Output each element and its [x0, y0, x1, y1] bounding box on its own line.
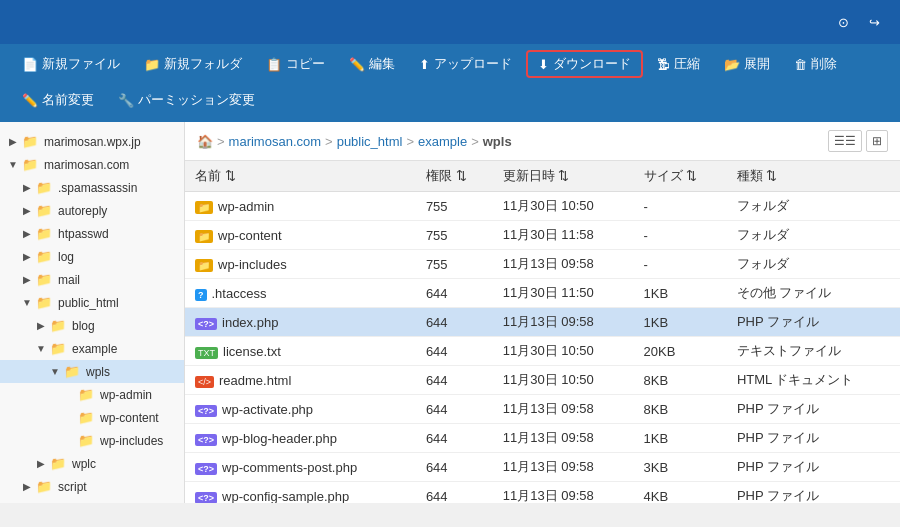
file-type-cell: フォルダ	[727, 250, 900, 279]
new-file-button[interactable]: 📄新規ファイル	[12, 50, 130, 78]
expand-button[interactable]: 📂展開	[714, 50, 780, 78]
sidebar-item-wpls[interactable]: ▼📁wpls	[0, 360, 184, 383]
php-icon: <?>	[195, 405, 217, 417]
sidebar-item-label: wplc	[72, 457, 96, 471]
sidebar-item-marimosan-wpx-jp[interactable]: ▶📁marimosan.wpx.jp	[0, 130, 184, 153]
download-button[interactable]: ⬇ダウンロード	[526, 50, 643, 78]
file-date-cell: 11月30日 10:50	[493, 366, 634, 395]
permission-button[interactable]: 🔧パーミッション変更	[108, 86, 265, 114]
logout-link[interactable]: ↪	[869, 15, 884, 30]
breadcrumb-link-public_html[interactable]: public_html	[337, 134, 403, 149]
sidebar-item-blog[interactable]: ▶📁blog	[0, 314, 184, 337]
compress-button[interactable]: 🗜圧縮	[647, 50, 710, 78]
download-icon: ⬇	[538, 57, 549, 72]
folder-icon: 📁	[36, 249, 52, 264]
tree-toggle-icon: ▶	[35, 458, 47, 469]
expand-icon: 📂	[724, 57, 740, 72]
breadcrumb-separator: >	[325, 134, 333, 149]
file-perm-cell: 644	[416, 308, 493, 337]
list-view-button[interactable]: ☰☰	[828, 130, 862, 152]
table-row[interactable]: TXTlicense.txt64411月30日 10:5020KBテキストファイ…	[185, 337, 900, 366]
file-type-cell: フォルダ	[727, 192, 900, 221]
home-icon[interactable]: 🏠	[197, 134, 213, 149]
toolbar-row1: 📄新規ファイル📁新規フォルダ📋コピー✏️編集⬆アップロード⬇ダウンロード🗜圧縮📂…	[0, 44, 900, 84]
file-date-cell: 11月13日 09:58	[493, 250, 634, 279]
column-header-名前[interactable]: 名前 ⇅	[185, 161, 416, 192]
file-name-cell: <?>wp-comments-post.php	[185, 453, 416, 482]
file-table: 名前 ⇅権限 ⇅更新日時 ⇅サイズ ⇅種類 ⇅📁wp-admin75511月30…	[185, 161, 900, 503]
file-perm-cell: 644	[416, 366, 493, 395]
sidebar-item-wp-content[interactable]: 📁wp-content	[0, 406, 184, 429]
toolbar-row2: ✏️名前変更🔧パーミッション変更	[0, 84, 900, 122]
grid-view-button[interactable]: ⊞	[866, 130, 888, 152]
rename-button[interactable]: ✏️名前変更	[12, 86, 104, 114]
copy-button[interactable]: 📋コピー	[256, 50, 335, 78]
htaccess-icon: ?	[195, 289, 207, 301]
sidebar-item-htpasswd[interactable]: ▶📁htpasswd	[0, 222, 184, 245]
php-icon: <?>	[195, 434, 217, 446]
table-row[interactable]: 📁wp-admin75511月30日 10:50-フォルダ	[185, 192, 900, 221]
sidebar-item-public-html[interactable]: ▼📁public_html	[0, 291, 184, 314]
file-name-cell: <?>index.php	[185, 308, 416, 337]
file-type-cell: PHP ファイル	[727, 424, 900, 453]
tree-toggle-icon: ▶	[21, 205, 33, 216]
breadcrumb-link-marimosan.com[interactable]: marimosan.com	[229, 134, 321, 149]
sidebar-item-marimosan-com[interactable]: ▼📁marimosan.com	[0, 153, 184, 176]
column-header-権限[interactable]: 権限 ⇅	[416, 161, 493, 192]
breadcrumb-link-example[interactable]: example	[418, 134, 467, 149]
sidebar-item-label: public_html	[58, 296, 119, 310]
php-icon: <?>	[195, 318, 217, 330]
rename-icon: ✏️	[22, 93, 38, 108]
file-perm-cell: 644	[416, 337, 493, 366]
permission-icon: 🔧	[118, 93, 134, 108]
new-folder-icon: 📁	[144, 57, 160, 72]
folder-icon: 📁	[78, 433, 94, 448]
upload-button[interactable]: ⬆アップロード	[409, 50, 522, 78]
sidebar-item-label: log	[58, 250, 74, 264]
sidebar-item-autoreply[interactable]: ▶📁autoreply	[0, 199, 184, 222]
help-link[interactable]: ⊙	[838, 15, 853, 30]
file-perm-cell: 644	[416, 279, 493, 308]
sidebar-item-example[interactable]: ▼📁example	[0, 337, 184, 360]
table-row[interactable]: <?>wp-activate.php64411月13日 09:588KBPHP …	[185, 395, 900, 424]
sidebar-item-wplc[interactable]: ▶📁wplc	[0, 452, 184, 475]
table-row[interactable]: <?>index.php64411月13日 09:581KBPHP ファイル	[185, 308, 900, 337]
sidebar-item-wp-admin[interactable]: 📁wp-admin	[0, 383, 184, 406]
table-row[interactable]: <?>wp-comments-post.php64411月13日 09:583K…	[185, 453, 900, 482]
table-row[interactable]: <?>wp-blog-header.php64411月13日 09:581KBP…	[185, 424, 900, 453]
delete-button[interactable]: 🗑削除	[784, 50, 847, 78]
table-row[interactable]: 📁wp-includes75511月13日 09:58-フォルダ	[185, 250, 900, 279]
sidebar-item-log[interactable]: ▶📁log	[0, 245, 184, 268]
file-size-cell: 8KB	[634, 366, 727, 395]
folder-icon: 📁	[78, 410, 94, 425]
table-row[interactable]: </>readme.html64411月30日 10:508KBHTML ドキュ…	[185, 366, 900, 395]
table-row[interactable]: <?>wp-config-sample.php64411月13日 09:584K…	[185, 482, 900, 504]
sidebar-item-label: mail	[58, 273, 80, 287]
sidebar-item--spamassassin[interactable]: ▶📁.spamassassin	[0, 176, 184, 199]
file-size-cell: 3KB	[634, 453, 727, 482]
sidebar-item-xserver-php[interactable]: ▶📁xserver_php	[0, 498, 184, 503]
edit-button[interactable]: ✏️編集	[339, 50, 405, 78]
upload-label: アップロード	[434, 55, 512, 73]
table-row[interactable]: 📁wp-content75511月30日 11:58-フォルダ	[185, 221, 900, 250]
column-header-サイズ[interactable]: サイズ ⇅	[634, 161, 727, 192]
file-name: wp-admin	[218, 199, 274, 214]
sidebar-item-label: marimosan.wpx.jp	[44, 135, 141, 149]
file-size-cell: -	[634, 250, 727, 279]
file-area: 名前 ⇅権限 ⇅更新日時 ⇅サイズ ⇅種類 ⇅📁wp-admin75511月30…	[185, 161, 900, 503]
tree-toggle-icon: ▶	[21, 481, 33, 492]
new-folder-label: 新規フォルダ	[164, 55, 242, 73]
table-row[interactable]: ?.htaccess64411月30日 11:501KBその他 ファイル	[185, 279, 900, 308]
column-header-更新日時[interactable]: 更新日時 ⇅	[493, 161, 634, 192]
new-folder-button[interactable]: 📁新規フォルダ	[134, 50, 252, 78]
sidebar-item-wp-includes[interactable]: 📁wp-includes	[0, 429, 184, 452]
sidebar-item-label: autoreply	[58, 204, 107, 218]
file-name-cell: <?>wp-blog-header.php	[185, 424, 416, 453]
sidebar-item-mail[interactable]: ▶📁mail	[0, 268, 184, 291]
file-type-cell: テキストファイル	[727, 337, 900, 366]
sidebar-item-script[interactable]: ▶📁script	[0, 475, 184, 498]
column-header-種類[interactable]: 種類 ⇅	[727, 161, 900, 192]
breadcrumb-current: wpls	[483, 134, 512, 149]
file-date-cell: 11月13日 09:58	[493, 424, 634, 453]
file-perm-cell: 644	[416, 424, 493, 453]
